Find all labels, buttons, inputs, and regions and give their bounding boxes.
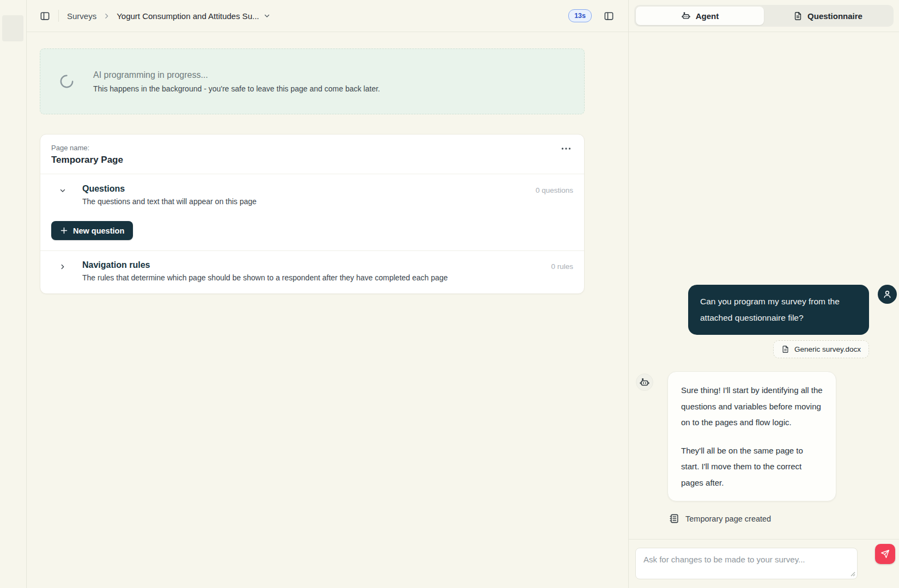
new-question-label: New question	[73, 226, 124, 235]
attachment-chip[interactable]: Generic survey.docx	[773, 340, 869, 358]
chat-input[interactable]	[635, 548, 858, 579]
breadcrumb-surveys-link[interactable]: Surveys	[67, 11, 96, 21]
sidebar-toggle-button[interactable]	[39, 10, 51, 22]
chevron-down-icon[interactable]	[59, 187, 68, 194]
header-divider	[58, 10, 59, 22]
chat-panel: Agent Questionnaire Can you program my s…	[628, 0, 899, 588]
chat-composer	[629, 539, 899, 588]
main-column: Surveys Yogurt Consumption and Attitudes…	[27, 0, 628, 588]
panel-tabs: Agent Questionnaire	[634, 5, 894, 27]
questions-title: Questions	[82, 184, 257, 194]
tab-questionnaire-label: Questionnaire	[807, 11, 862, 21]
breadcrumb-current-survey[interactable]: Yogurt Consumption and Attitudes Su...	[117, 11, 271, 21]
user-avatar[interactable]	[878, 285, 897, 304]
new-question-button[interactable]: New question	[51, 221, 133, 240]
panel-right-icon	[604, 11, 614, 21]
tool-note-row: Temporary page created	[669, 513, 897, 524]
chevron-right-icon[interactable]	[59, 263, 68, 271]
page-card: Page name: Temporary Page Qu	[40, 134, 585, 294]
person-icon	[882, 289, 892, 299]
breadcrumb-separator-icon	[103, 13, 110, 20]
banner-title: AI programming in progress...	[93, 70, 380, 80]
questions-section-header[interactable]: Questions The questions and text that wi…	[40, 174, 584, 215]
navigation-rules-section-header[interactable]: Navigation rules The rules that determin…	[40, 251, 584, 293]
navigation-rules-subtitle: The rules that determine which page shou…	[82, 273, 448, 282]
breadcrumb: Surveys Yogurt Consumption and Attitudes…	[67, 11, 271, 21]
assistant-message-row: Sure thing! I'll start by identifying al…	[636, 371, 897, 501]
assistant-message-bubble: Sure thing! I'll start by identifying al…	[667, 371, 836, 501]
user-message-bubble: Can you program my survey from the attac…	[688, 285, 869, 335]
sidebar-placeholder-block	[2, 15, 23, 41]
plus-icon	[60, 226, 68, 235]
ellipsis-icon	[561, 147, 571, 150]
document-icon	[793, 11, 803, 21]
tool-note-text: Temporary page created	[685, 514, 771, 523]
ai-progress-banner: AI programming in progress... This happe…	[40, 48, 585, 114]
assistant-avatar	[636, 373, 653, 391]
chevron-down-icon	[263, 12, 271, 20]
send-button[interactable]	[875, 544, 895, 564]
assistant-paragraph: Sure thing! I'll start by identifying al…	[681, 382, 823, 431]
panel-left-icon	[40, 11, 50, 21]
tab-agent[interactable]: Agent	[636, 7, 764, 25]
breadcrumb-current-label: Yogurt Consumption and Attitudes Su...	[117, 11, 259, 21]
robot-icon	[639, 377, 650, 388]
tab-questionnaire[interactable]: Questionnaire	[764, 7, 892, 25]
page-name-label: Page name:	[51, 144, 123, 152]
questions-subtitle: The questions and text that will appear …	[82, 197, 257, 206]
tab-agent-label: Agent	[696, 11, 719, 21]
file-icon	[781, 345, 789, 353]
navigation-rules-count: 0 rules	[551, 260, 573, 271]
questions-count: 0 questions	[536, 184, 573, 194]
chat-thread: Can you program my survey from the attac…	[629, 32, 899, 539]
send-icon	[880, 549, 890, 559]
main-header: Surveys Yogurt Consumption and Attitudes…	[27, 0, 628, 32]
collapsed-sidebar	[0, 0, 27, 588]
robot-icon	[681, 11, 691, 21]
user-message-row: Can you program my survey from the attac…	[636, 285, 897, 335]
page-menu-button[interactable]	[559, 144, 573, 154]
assistant-paragraph: They'll all be on the same page to start…	[681, 443, 823, 491]
timer-badge: 13s	[568, 9, 592, 23]
attachment-name: Generic survey.docx	[794, 345, 861, 353]
spinner-icon	[59, 74, 74, 89]
page-title: Temporary Page	[51, 155, 123, 166]
navigation-rules-title: Navigation rules	[82, 260, 448, 270]
attachment-row: Generic survey.docx	[636, 340, 869, 358]
notebook-icon	[669, 513, 679, 524]
banner-subtitle: This happens in the background - you're …	[93, 84, 380, 93]
chat-panel-toggle-button[interactable]	[603, 10, 615, 22]
